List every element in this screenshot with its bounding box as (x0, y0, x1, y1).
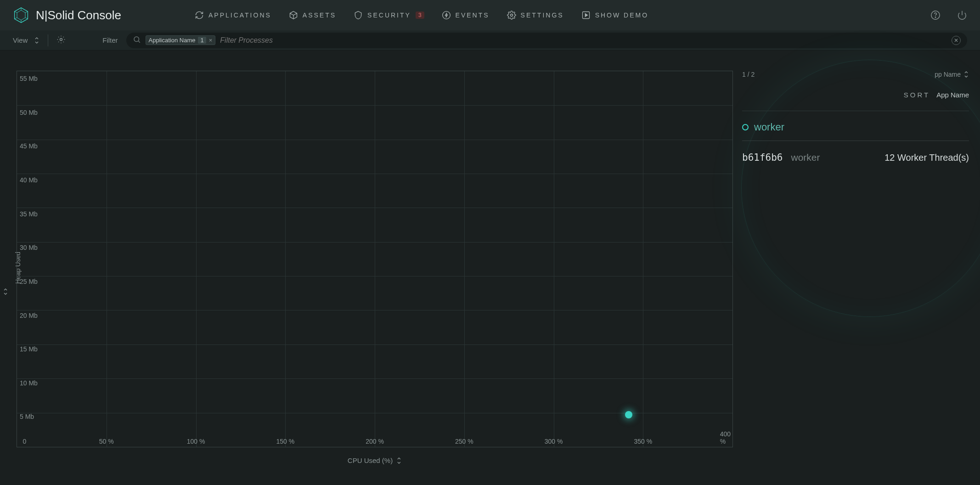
process-id: b61f6b6 (742, 152, 783, 163)
filter-input[interactable] (220, 36, 947, 45)
nav-show-demo[interactable]: SHOW DEMO (581, 11, 648, 20)
x-tick: 200 % (366, 438, 384, 445)
sort-label: SORT (904, 91, 930, 99)
data-point-worker[interactable] (625, 411, 632, 418)
search-container: Application Name 1 × ✕ (126, 33, 967, 48)
chip-label: Application Name (149, 37, 196, 44)
nav-label: SETTINGS (521, 11, 564, 19)
updown-icon (34, 37, 39, 44)
updown-icon (396, 457, 402, 464)
y-tick: 15 Mb (20, 345, 38, 353)
nav-applications[interactable]: APPLICATIONS (195, 11, 271, 20)
y-tick: 25 Mb (20, 278, 38, 285)
svg-point-8 (442, 11, 450, 19)
right-panel: 1 / 2 pp Name SORT App Name worker b61f6… (742, 71, 969, 174)
svg-point-15 (134, 37, 139, 42)
y-tick: 5 Mb (20, 413, 34, 420)
y-tick: 35 Mb (20, 210, 38, 218)
nav-security[interactable]: SECURITY 3 (354, 11, 424, 20)
help-icon[interactable] (930, 10, 941, 20)
y-axis-updown-icon[interactable] (3, 288, 8, 297)
x-tick: 250 % (455, 438, 473, 445)
logo-group: N|Solid Console (13, 7, 121, 23)
scatter-chart[interactable]: 55 Mb 50 Mb 45 Mb 40 Mb 35 Mb 30 Mb 25 M… (17, 71, 733, 447)
top-nav: APPLICATIONS ASSETS SECURITY 3 EVENTS (195, 11, 648, 20)
nav-events[interactable]: EVENTS (442, 11, 490, 20)
filter-chip[interactable]: Application Name 1 × (146, 35, 216, 45)
nav-label: SHOW DEMO (595, 11, 648, 19)
chip-remove-icon[interactable]: × (209, 37, 213, 44)
y-tick: 40 Mb (20, 176, 38, 184)
app-title: N|Solid Console (36, 8, 121, 23)
cube-icon (289, 11, 298, 20)
x-tick: 400 % (720, 430, 731, 445)
y-tick: 55 Mb (20, 75, 38, 82)
shield-icon (354, 11, 363, 20)
x-tick: 350 % (634, 438, 652, 445)
filter-bar: View Filter Application Name 1 × ✕ (0, 30, 980, 51)
y-tick: 20 Mb (20, 312, 38, 319)
svg-line-4 (25, 17, 28, 19)
x-axis-label[interactable]: CPU Used (%) (348, 457, 402, 464)
process-row[interactable]: b61f6b6 worker 12 Worker Thread(s) (742, 141, 969, 174)
sort-value: App Name (936, 91, 969, 99)
view-control[interactable]: View (13, 36, 39, 44)
svg-point-12 (935, 17, 935, 17)
main: Heap Used 55 Mb 50 Mb 45 Mb 40 Mb 35 Mb … (0, 51, 980, 485)
play-icon (581, 11, 591, 20)
divider (48, 34, 48, 46)
nav-label: EVENTS (456, 11, 490, 19)
svg-line-3 (25, 11, 28, 13)
app-name: worker (754, 121, 784, 133)
chip-count: 1 (198, 37, 206, 44)
app-row[interactable]: worker (742, 118, 969, 141)
view-settings-icon[interactable] (56, 35, 66, 45)
svg-line-6 (15, 17, 17, 19)
x-tick: 100 % (187, 438, 205, 445)
svg-point-14 (60, 39, 62, 41)
search-icon (133, 35, 141, 45)
app-status-dot-icon (742, 124, 749, 130)
process-threads: 12 Worker Thread(s) (884, 152, 969, 163)
lightning-icon (442, 11, 451, 20)
gear-icon (507, 11, 516, 20)
panel-divider (742, 111, 969, 111)
updown-icon (963, 71, 969, 78)
svg-marker-1 (17, 10, 25, 20)
panel-top-row: 1 / 2 pp Name (742, 71, 969, 78)
nav-label: ASSETS (303, 11, 336, 19)
nav-label: APPLICATIONS (208, 11, 271, 19)
nav-assets[interactable]: ASSETS (289, 11, 336, 20)
header-right (930, 10, 967, 20)
x-tick: 0 (23, 438, 26, 445)
nav-settings[interactable]: SETTINGS (507, 11, 564, 20)
svg-point-9 (510, 14, 513, 17)
y-tick: 45 Mb (20, 142, 38, 150)
clear-search-icon[interactable]: ✕ (952, 36, 961, 45)
security-badge: 3 (416, 11, 424, 19)
header: N|Solid Console APPLICATIONS ASSETS SECU… (0, 0, 980, 30)
top-sort-fragment: pp Name (935, 71, 969, 78)
svg-line-7 (15, 11, 17, 13)
filter-label: Filter (102, 36, 118, 44)
item-counter: 1 / 2 (742, 71, 755, 78)
nav-label: SECURITY (367, 11, 411, 19)
x-tick: 150 % (276, 438, 294, 445)
x-tick: 50 % (99, 438, 114, 445)
view-label: View (13, 36, 28, 44)
refresh-icon (195, 11, 204, 20)
power-icon[interactable] (957, 10, 967, 20)
x-tick: 300 % (545, 438, 563, 445)
y-tick: 10 Mb (20, 379, 38, 387)
sort-control[interactable]: SORT App Name (742, 91, 969, 99)
y-tick: 50 Mb (20, 109, 38, 116)
svg-line-16 (138, 41, 140, 42)
process-name: worker (791, 152, 820, 163)
logo-icon (13, 7, 29, 23)
y-tick: 30 Mb (20, 244, 38, 251)
